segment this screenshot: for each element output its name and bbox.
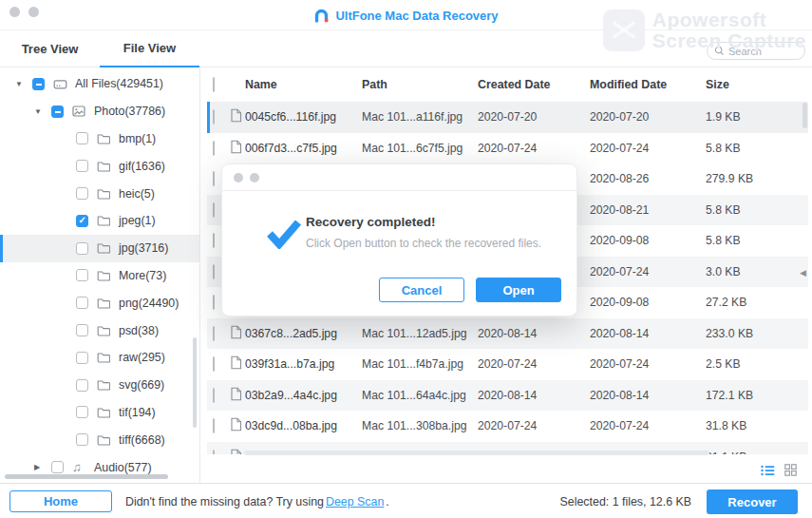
sidebar-tree-item[interactable]: gif(1636) bbox=[0, 152, 199, 180]
table-row[interactable]: 0045cf6...116f.jpg Mac 101...a116f.jpg 2… bbox=[207, 102, 808, 133]
row-checkbox[interactable] bbox=[213, 418, 215, 433]
cell-modified-date: 2020-07-24 bbox=[590, 357, 706, 371]
sidebar-tree-item[interactable]: tif(194) bbox=[0, 399, 199, 427]
table-row[interactable]: 039f31a...b7a.jpg Mac 101...f4b7a.jpg 20… bbox=[207, 349, 808, 380]
selected-info: Selected: 1 files, 12.6 KB bbox=[560, 484, 691, 518]
cell-path: Mac 101...64a4c.jpg bbox=[362, 389, 478, 402]
dialog-close-button[interactable] bbox=[234, 173, 243, 182]
tree-item-label: psd(38) bbox=[119, 324, 159, 337]
sidebar-tree-item[interactable]: heic(5) bbox=[0, 180, 199, 207]
tree-item-checkbox[interactable] bbox=[76, 406, 88, 418]
column-header-created[interactable]: Created Date bbox=[478, 78, 590, 91]
tree-item-checkbox[interactable] bbox=[51, 461, 64, 473]
table-horizontal-scrollbar[interactable] bbox=[244, 451, 709, 455]
cell-name: 0045cf6...116f.jpg bbox=[245, 110, 362, 124]
tree-item-checkbox[interactable] bbox=[76, 297, 88, 309]
tree-item-label: Audio(577) bbox=[94, 461, 152, 474]
open-button[interactable]: Open bbox=[476, 278, 561, 302]
column-header-name[interactable]: Name bbox=[245, 78, 362, 91]
table-vertical-scrollbar[interactable] bbox=[803, 103, 807, 128]
row-checkbox[interactable] bbox=[213, 295, 215, 310]
deep-scan-link[interactable]: Deep Scan bbox=[326, 495, 384, 508]
tree-item-checkbox[interactable] bbox=[76, 433, 88, 446]
expand-arrow-icon[interactable]: ▼ bbox=[34, 107, 46, 116]
tree-item-label: svg(669) bbox=[119, 378, 164, 392]
tree-item-label: All Files(429451) bbox=[75, 77, 163, 90]
sidebar-tree-item[interactable]: psd(38) bbox=[0, 317, 199, 344]
sidebar-tree-item[interactable]: tiff(6668) bbox=[0, 426, 199, 453]
row-checkbox[interactable] bbox=[213, 264, 215, 279]
cell-created-date: 2020-07-24 bbox=[478, 419, 590, 432]
recover-button[interactable]: Recover bbox=[707, 489, 798, 514]
row-checkbox[interactable] bbox=[213, 202, 215, 218]
column-header-modified[interactable]: Modified Date bbox=[590, 78, 706, 91]
cell-modified-date: 2020-07-24 bbox=[590, 142, 706, 155]
column-header-size[interactable]: Size bbox=[706, 78, 808, 91]
cancel-button[interactable]: Cancel bbox=[379, 278, 464, 302]
sidebar-vertical-scrollbar[interactable] bbox=[193, 337, 197, 428]
grid-view-icon[interactable] bbox=[784, 464, 797, 476]
tree-item-checkbox[interactable] bbox=[76, 160, 88, 172]
cell-size: 2.5 KB bbox=[706, 357, 808, 371]
cell-created-date: 2020-07-24 bbox=[478, 142, 590, 155]
tree-item-checkbox[interactable] bbox=[76, 379, 88, 392]
row-checkbox[interactable] bbox=[213, 109, 215, 125]
tree-item-checkbox[interactable] bbox=[76, 352, 88, 364]
search-box[interactable] bbox=[707, 42, 805, 60]
table-row[interactable]: 03b2a9...4a4c.jpg Mac 101...64a4c.jpg 20… bbox=[207, 380, 808, 412]
cell-path: Mac 101...308ba.jpg bbox=[362, 419, 478, 432]
table-row[interactable]: 03dc9d...08ba.jpg Mac 101...308ba.jpg 20… bbox=[207, 411, 808, 442]
tab-tree-view[interactable]: Tree View bbox=[0, 30, 100, 67]
search-input[interactable] bbox=[728, 46, 795, 57]
collapse-panel-arrow-icon[interactable]: ◀ bbox=[800, 268, 806, 278]
tab-file-view[interactable]: File View bbox=[100, 30, 199, 67]
cell-size: 3.0 KB bbox=[706, 265, 808, 278]
expand-arrow-icon[interactable]: ▶ bbox=[34, 463, 46, 471]
folder-icon bbox=[97, 133, 111, 144]
cell-modified-date: 2020-09-08 bbox=[590, 234, 706, 247]
table-row[interactable]: 0367c8...2ad5.jpg Mac 101...12ad5.jpg 20… bbox=[207, 318, 808, 350]
file-icon bbox=[230, 387, 245, 404]
sidebar-tree-item[interactable]: svg(669) bbox=[0, 372, 199, 399]
cell-path: Mac 101...a116f.jpg bbox=[362, 110, 478, 124]
list-view-icon[interactable] bbox=[761, 465, 775, 476]
sidebar-tree-item[interactable]: jpeg(1) bbox=[0, 207, 199, 235]
recovery-completed-dialog: Recovery completed! Click Open button to… bbox=[221, 163, 577, 317]
sidebar-tree-item[interactable]: png(24490) bbox=[0, 289, 199, 317]
select-all-checkbox[interactable] bbox=[213, 77, 215, 92]
tree-item-checkbox[interactable] bbox=[51, 106, 64, 118]
cell-name: 03dc9d...08ba.jpg bbox=[245, 419, 362, 432]
tree-item-checkbox[interactable] bbox=[76, 215, 88, 227]
row-checkbox[interactable] bbox=[213, 233, 215, 248]
dialog-minimize-button[interactable] bbox=[250, 173, 259, 182]
row-checkbox[interactable] bbox=[213, 388, 215, 403]
row-checkbox[interactable] bbox=[213, 450, 215, 454]
sidebar-tree-item[interactable]: More(73) bbox=[0, 262, 199, 290]
tree-item-checkbox[interactable] bbox=[76, 324, 88, 336]
sidebar-tree-item[interactable]: ▼ All Files(429451) bbox=[0, 70, 199, 98]
row-checkbox[interactable] bbox=[213, 326, 215, 341]
sidebar-tree-item[interactable]: raw(295) bbox=[0, 344, 199, 372]
expand-arrow-icon[interactable]: ▼ bbox=[15, 80, 27, 88]
row-checkbox[interactable] bbox=[213, 141, 215, 156]
table-row[interactable]: 006f7d3...c7f5.jpg Mac 101...6c7f5.jpg 2… bbox=[207, 133, 808, 164]
column-header-path[interactable]: Path bbox=[362, 78, 478, 91]
file-icon bbox=[230, 325, 245, 342]
folder-icon bbox=[97, 188, 111, 200]
sidebar-horizontal-scrollbar[interactable] bbox=[5, 474, 168, 479]
file-icon bbox=[230, 355, 245, 373]
tree-item-checkbox[interactable] bbox=[76, 242, 88, 255]
sidebar-tree-item[interactable]: bmp(1) bbox=[0, 125, 199, 153]
home-button[interactable]: Home bbox=[9, 490, 112, 512]
row-checkbox[interactable] bbox=[213, 356, 215, 372]
row-checkbox[interactable] bbox=[213, 171, 215, 186]
file-icon bbox=[230, 449, 245, 454]
tree-item-checkbox[interactable] bbox=[32, 78, 45, 90]
tree-item-label: png(24490) bbox=[119, 297, 179, 310]
folder-icon bbox=[97, 161, 111, 172]
sidebar-tree-item[interactable]: ▼ Photo(37786) bbox=[0, 98, 199, 125]
tree-item-checkbox[interactable] bbox=[76, 269, 88, 281]
tree-item-checkbox[interactable] bbox=[76, 132, 88, 144]
tree-item-checkbox[interactable] bbox=[76, 187, 88, 200]
sidebar-tree-item[interactable]: jpg(3716) bbox=[0, 235, 199, 262]
